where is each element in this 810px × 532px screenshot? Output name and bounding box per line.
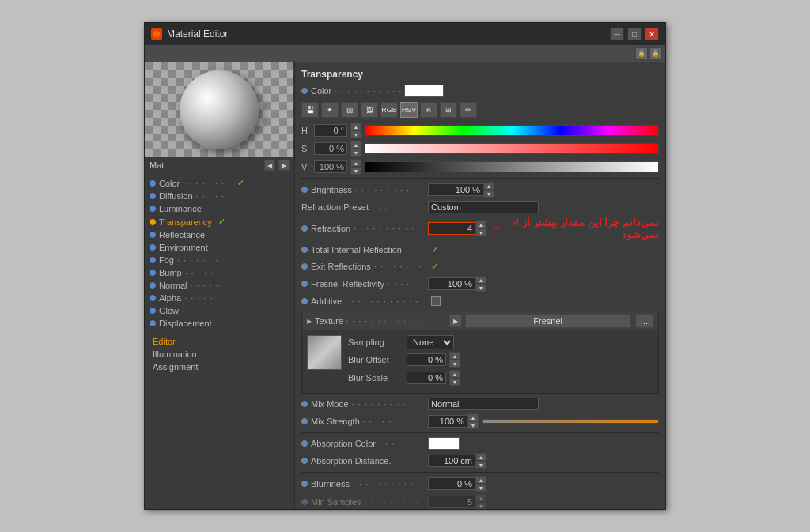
mat-item-luminance[interactable]: Luminance · · · · · bbox=[145, 202, 294, 215]
hsv-tab[interactable]: HSV bbox=[400, 102, 418, 118]
mat-item-transparency[interactable]: Transparency ✓ bbox=[145, 215, 294, 228]
nav-illumination[interactable]: Illumination bbox=[150, 349, 290, 360]
mat-item-fog[interactable]: Fog · · · · · · · bbox=[145, 254, 294, 266]
texture-play-btn[interactable]: ▶ bbox=[449, 315, 462, 327]
grid-icon-btn[interactable]: ⊞ bbox=[440, 102, 457, 118]
mat-item-environment[interactable]: Environment bbox=[145, 241, 294, 254]
sat-bar[interactable] bbox=[365, 143, 659, 154]
brightness-up-btn[interactable]: ▲ bbox=[483, 182, 494, 190]
rgb-tab[interactable]: RGB bbox=[380, 102, 398, 118]
refraction-row: Refraction · · · · · · · · · · ▲ ▼ ← نمی… bbox=[301, 217, 659, 240]
blur-scale-input[interactable] bbox=[407, 372, 446, 384]
nav-next-button[interactable]: ▶ bbox=[278, 160, 290, 171]
mat-item-diffusion[interactable]: Diffusion · · · · · bbox=[145, 190, 294, 202]
fresnel-down-btn[interactable]: ▼ bbox=[475, 284, 486, 292]
s-input[interactable] bbox=[314, 142, 347, 155]
fresnel-button[interactable]: Fresnel bbox=[465, 314, 630, 328]
mat-item-reflectance[interactable]: Reflectance bbox=[145, 228, 294, 241]
sampling-select[interactable]: None bbox=[407, 335, 454, 349]
min-samples-input[interactable] bbox=[428, 496, 475, 508]
mat-item-bump[interactable]: Bump · · · · · · bbox=[145, 266, 294, 279]
fresnel-input[interactable] bbox=[428, 277, 475, 290]
sampling-label: Sampling bbox=[348, 338, 403, 347]
refraction-input[interactable] bbox=[428, 222, 475, 235]
s-label: S bbox=[301, 144, 311, 153]
abs-dist-down[interactable]: ▼ bbox=[475, 461, 486, 469]
material-editor-window: Material Editor ─ □ ✕ 🔒 🔓 Mat bbox=[144, 22, 666, 510]
transparency-check: ✓ bbox=[218, 217, 225, 227]
lock-icon[interactable]: 🔒 bbox=[635, 47, 648, 60]
image-icon-btn[interactable]: 🖼 bbox=[361, 102, 378, 118]
min-samples-up[interactable]: ▲ bbox=[475, 494, 486, 502]
blurriness-down[interactable]: ▼ bbox=[475, 484, 486, 492]
blurriness-input[interactable] bbox=[428, 477, 475, 490]
mat-item-glow[interactable]: Glow · · · · · · bbox=[145, 304, 294, 317]
min-samples-down[interactable]: ▼ bbox=[475, 502, 486, 509]
blurriness-up[interactable]: ▲ bbox=[475, 476, 486, 484]
val-bar[interactable] bbox=[365, 161, 659, 172]
fresnel-radio bbox=[301, 281, 308, 287]
unlock-icon[interactable]: 🔓 bbox=[649, 47, 662, 60]
s-up-btn[interactable]: ▲ bbox=[350, 141, 361, 149]
mat-item-normal-label: Normal bbox=[159, 281, 187, 290]
mix-strength-input[interactable] bbox=[428, 415, 467, 428]
absorption-color-swatch[interactable] bbox=[428, 437, 460, 450]
h-up-btn[interactable]: ▲ bbox=[350, 123, 361, 130]
abs-dist-up[interactable]: ▲ bbox=[475, 453, 486, 461]
save-icon-btn[interactable]: 💾 bbox=[301, 102, 319, 118]
mat-item-diffusion-label: Diffusion bbox=[159, 191, 193, 201]
nav-assignment[interactable]: Assignment bbox=[150, 361, 290, 372]
material-preview bbox=[145, 62, 293, 157]
texture-label: Texture · · · · · · · · · · · · bbox=[315, 316, 446, 326]
close-button[interactable]: ✕ bbox=[645, 28, 659, 40]
brightness-down-btn[interactable]: ▼ bbox=[483, 190, 494, 198]
mat-radio-bump bbox=[150, 270, 156, 276]
blur-scale-up[interactable]: ▲ bbox=[449, 370, 460, 378]
blur-offset-input[interactable] bbox=[407, 353, 446, 366]
minimize-button[interactable]: ─ bbox=[610, 28, 624, 40]
absorption-distance-input[interactable] bbox=[428, 455, 475, 467]
texture-triangle: ▶ bbox=[307, 318, 312, 325]
nav-editor[interactable]: Editor bbox=[150, 336, 290, 347]
absorption-color-radio bbox=[301, 440, 308, 447]
brightness-input[interactable] bbox=[428, 183, 483, 196]
total-internal-check: ✓ bbox=[431, 245, 438, 255]
blur-offset-up[interactable]: ▲ bbox=[449, 352, 460, 360]
v-down-btn[interactable]: ▼ bbox=[350, 167, 361, 175]
fresnel-up-btn[interactable]: ▲ bbox=[475, 276, 486, 284]
v-input[interactable] bbox=[314, 160, 347, 173]
texture-properties: Sampling None Blur Offset ▲ ▼ bbox=[348, 335, 653, 388]
fresnel-reflectivity-row: Fresnel Reflectivity · · · · ▲ ▼ bbox=[301, 276, 659, 292]
s-down-btn[interactable]: ▼ bbox=[350, 149, 361, 157]
mat-item-color[interactable]: Color · · · · · · · · ✓ bbox=[145, 176, 294, 190]
hue-bar[interactable] bbox=[365, 125, 659, 136]
texture-section: ▶ Texture · · · · · · · · · · · · ▶ Fres… bbox=[301, 311, 659, 394]
section-title: Transparency bbox=[301, 69, 659, 80]
title-bar-left: Material Editor bbox=[151, 28, 228, 40]
mix-mode-radio bbox=[301, 401, 308, 407]
h-input[interactable] bbox=[314, 124, 347, 137]
paint-icon-btn[interactable]: ✏ bbox=[460, 102, 477, 118]
ellipsis-button[interactable]: ... bbox=[635, 314, 653, 328]
mix-strength-up[interactable]: ▲ bbox=[467, 413, 479, 421]
copy-icon-btn[interactable]: ▨ bbox=[341, 102, 358, 118]
maximize-button[interactable]: □ bbox=[627, 28, 642, 40]
refraction-up-btn[interactable]: ▲ bbox=[475, 221, 486, 228]
color-swatch[interactable] bbox=[404, 85, 444, 97]
blurriness-row: Blurriness · · · · · · · · · · · ▲ ▼ bbox=[301, 476, 659, 492]
additive-checkbox[interactable] bbox=[431, 296, 441, 306]
refraction-preset-select[interactable]: Custom bbox=[428, 201, 539, 213]
mix-strength-down[interactable]: ▼ bbox=[467, 421, 479, 429]
nav-prev-button[interactable]: ◀ bbox=[264, 160, 275, 171]
mix-mode-select[interactable]: Normal bbox=[428, 398, 539, 410]
mat-item-normal[interactable]: Normal · · · · · bbox=[145, 279, 294, 292]
k-tab[interactable]: K bbox=[420, 102, 437, 118]
reset-icon-btn[interactable]: ✦ bbox=[321, 102, 339, 118]
h-down-btn[interactable]: ▼ bbox=[350, 130, 361, 138]
refraction-down-btn[interactable]: ▼ bbox=[475, 228, 486, 236]
mat-item-alpha[interactable]: Alpha · · · · · bbox=[145, 292, 294, 304]
mat-item-displacement[interactable]: Displacement bbox=[145, 317, 294, 330]
v-up-btn[interactable]: ▲ bbox=[350, 159, 361, 167]
blur-scale-down[interactable]: ▼ bbox=[449, 378, 460, 386]
blur-offset-down[interactable]: ▼ bbox=[449, 360, 460, 368]
